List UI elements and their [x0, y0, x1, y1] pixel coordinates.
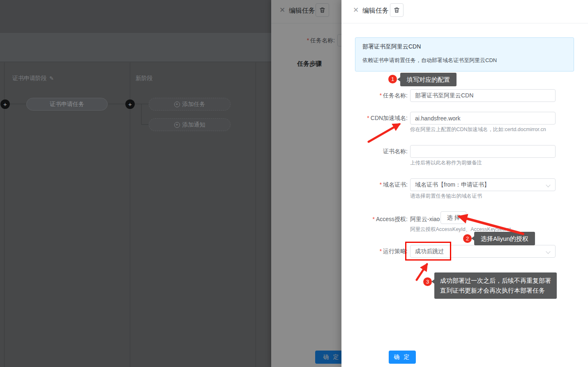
- add-task-button[interactable]: 添加任务: [149, 98, 231, 111]
- tooltip-line: 成功部署过一次之后，后续不再重复部署: [440, 276, 551, 286]
- access-label: *Access授权:: [341, 213, 408, 225]
- tooltip-line: 直到证书更新才会再次执行本部署任务: [440, 286, 551, 295]
- plugin-info-box: 部署证书至阿里云CDN 依赖证书申请前置任务，自动部署域名证书至阿里云CDN: [355, 37, 574, 72]
- access-value: 阿里云-xiao: [410, 213, 440, 225]
- stage-title-text: 新阶段: [136, 75, 153, 81]
- required-mark: *: [380, 181, 382, 188]
- annotation-tooltip-1: 填写对应的配置: [400, 73, 457, 86]
- label-text: 证书名称:: [383, 148, 408, 155]
- cdn-domain-helper: 你在阿里云上配置的CDN加速域名，比如:certd.docmirror.cn: [410, 126, 546, 133]
- chevron-down-icon: [546, 249, 550, 254]
- stage-title-cert-request: 证书申请阶段: [12, 75, 54, 82]
- cdn-domain-input[interactable]: [410, 112, 556, 125]
- cert-name-input[interactable]: [410, 145, 556, 158]
- plus-circle-icon: [174, 122, 180, 128]
- access-select-button[interactable]: 选 择: [440, 211, 466, 224]
- domain-cert-helper: 请选择前置任务输出的域名证书: [410, 193, 482, 200]
- add-task-label: 添加任务: [182, 101, 205, 108]
- task-name-label: *任务名称:: [341, 89, 408, 102]
- required-mark: *: [380, 92, 382, 99]
- edit-stage-icon[interactable]: [49, 75, 54, 81]
- trash-icon: [393, 7, 400, 14]
- header-divider: [341, 23, 588, 23]
- annotation-badge-2: 2: [463, 234, 472, 243]
- annotation-tooltip-3: 成功部署过一次之后，后续不再重复部署 直到证书更新才会再次执行本部署任务: [434, 272, 557, 299]
- edit-task-drawer: 编辑任务 部署证书至阿里云CDN 依赖证书申请前置任务，自动部署域名证书至阿里云…: [341, 0, 588, 367]
- stage-title-new-stage: 新阶段: [136, 75, 153, 82]
- plugin-description: 依赖证书申请前置任务，自动部署域名证书至阿里云CDN: [362, 57, 497, 64]
- task-name-input[interactable]: [410, 89, 556, 102]
- label-text: 运行策略:: [383, 248, 408, 254]
- domain-cert-label: *域名证书:: [341, 178, 408, 191]
- cert-name-helper: 上传后将以此名称作为前缀备注: [410, 159, 482, 166]
- confirm-button[interactable]: 确 定: [389, 351, 416, 364]
- annotation-tooltip-2: 选择Aliyun的授权: [474, 232, 535, 245]
- add-notification-label: 添加通知: [182, 121, 205, 129]
- cdn-domain-label: *CDN加速域名:: [341, 112, 408, 124]
- plus-circle-icon: [174, 102, 180, 107]
- app-root: 证书申请阶段 新阶段 证书申请任务 添加任务 添加通知: [0, 0, 588, 367]
- add-stage-button[interactable]: [0, 99, 10, 109]
- edit-task-drawer-behind: 编辑任务 *任务名称: 任务步骤 确 定: [271, 0, 341, 367]
- label-text: Access授权:: [376, 216, 408, 222]
- cert-name-label: 证书名称:: [341, 145, 408, 157]
- plugin-title: 部署证书至阿里云CDN: [362, 43, 421, 51]
- select-value: 域名证书【from：申请证书】: [415, 181, 490, 189]
- label-text: CDN加速域名:: [371, 115, 408, 121]
- close-icon[interactable]: [352, 6, 360, 14]
- stage-divider: [256, 62, 256, 367]
- chevron-down-icon: [546, 182, 550, 187]
- domain-cert-select[interactable]: 域名证书【from：申请证书】: [410, 178, 556, 191]
- annotation-badge-1: 1: [388, 75, 397, 83]
- run-strategy-label: *运行策略:: [341, 245, 408, 257]
- drawer-dim-overlay: [271, 0, 341, 367]
- task-node-cert-request[interactable]: 证书申请任务: [26, 98, 108, 111]
- drawer-title: 编辑任务: [362, 7, 389, 15]
- annotation-badge-3: 3: [423, 277, 432, 286]
- add-stage-button[interactable]: [125, 99, 135, 109]
- stage-title-text: 证书申请阶段: [12, 75, 47, 81]
- red-highlight-box: [405, 242, 451, 261]
- label-text: 域名证书:: [383, 181, 408, 188]
- delete-task-button[interactable]: [390, 3, 404, 17]
- label-text: 任务名称:: [383, 92, 408, 99]
- required-mark: *: [367, 115, 369, 121]
- add-notification-button[interactable]: 添加通知: [149, 118, 231, 131]
- required-mark: *: [380, 248, 382, 254]
- required-mark: *: [373, 216, 375, 222]
